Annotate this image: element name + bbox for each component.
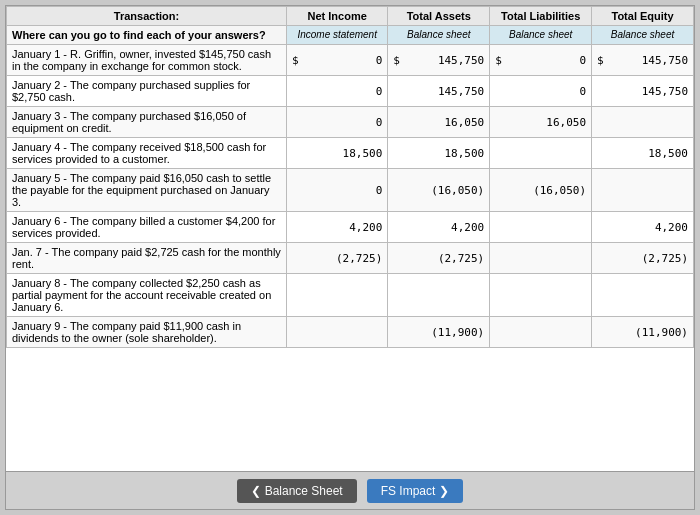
total-liabilities-cell <box>490 243 592 274</box>
total-liabilities-cell: $0 <box>490 45 592 76</box>
net-income-cell <box>287 317 388 348</box>
total-equity-cell: 18,500 <box>592 138 694 169</box>
column-headers: Transaction: Net Income Total Assets Tot… <box>7 7 694 26</box>
transaction-header: Transaction: <box>7 7 287 26</box>
total-assets-cell <box>388 274 490 317</box>
sub-header: Where can you go to find each of your an… <box>7 26 694 45</box>
total-equity-cell: 4,200 <box>592 212 694 243</box>
fs-impact-label: FS Impact <box>381 484 436 498</box>
total-assets-cell: (16,050) <box>388 169 490 212</box>
total-assets-cell: 145,750 <box>388 76 490 107</box>
total-liabilities-cell: (16,050) <box>490 169 592 212</box>
total-liabilities-cell: 0 <box>490 76 592 107</box>
sub-header-income-source: Income statement <box>287 26 388 45</box>
total-liabilities-cell <box>490 212 592 243</box>
net-income-header: Net Income <box>287 7 388 26</box>
total-assets-cell: 4,200 <box>388 212 490 243</box>
net-income-cell: 4,200 <box>287 212 388 243</box>
net-income-cell: 0 <box>287 107 388 138</box>
table-row: January 2 - The company purchased suppli… <box>7 76 694 107</box>
balance-sheet-back-button[interactable]: ❮ Balance Sheet <box>237 479 357 503</box>
main-content: Transaction: Net Income Total Assets Tot… <box>5 5 695 510</box>
total-equity-cell <box>592 274 694 317</box>
total-assets-cell: (2,725) <box>388 243 490 274</box>
transaction-cell: January 3 - The company purchased $16,05… <box>7 107 287 138</box>
table-row: January 9 - The company paid $11,900 cas… <box>7 317 694 348</box>
total-equity-cell: $145,750 <box>592 45 694 76</box>
total-assets-header: Total Assets <box>388 7 490 26</box>
table-row: January 3 - The company purchased $16,05… <box>7 107 694 138</box>
balance-sheet-back-label: Balance Sheet <box>265 484 343 498</box>
net-income-cell: (2,725) <box>287 243 388 274</box>
total-liabilities-header: Total Liabilities <box>490 7 592 26</box>
transaction-cell: January 5 - The company paid $16,050 cas… <box>7 169 287 212</box>
table-row: January 1 - R. Griffin, owner, invested … <box>7 45 694 76</box>
transaction-cell: January 2 - The company purchased suppli… <box>7 76 287 107</box>
table-row: January 8 - The company collected $2,250… <box>7 274 694 317</box>
table-row: January 4 - The company received $18,500… <box>7 138 694 169</box>
transaction-cell: January 8 - The company collected $2,250… <box>7 274 287 317</box>
transaction-cell: January 6 - The company billed a custome… <box>7 212 287 243</box>
net-income-cell <box>287 274 388 317</box>
total-equity-cell: (11,900) <box>592 317 694 348</box>
chevron-left-icon: ❮ <box>251 484 261 498</box>
total-liabilities-cell: 16,050 <box>490 107 592 138</box>
transaction-cell: January 4 - The company received $18,500… <box>7 138 287 169</box>
chevron-right-icon: ❯ <box>439 484 449 498</box>
total-assets-cell: 18,500 <box>388 138 490 169</box>
fs-impact-button[interactable]: FS Impact ❯ <box>367 479 464 503</box>
transaction-cell: Jan. 7 - The company paid $2,725 cash fo… <box>7 243 287 274</box>
total-equity-cell <box>592 107 694 138</box>
bottom-navigation: ❮ Balance Sheet FS Impact ❯ <box>6 471 694 509</box>
net-income-cell: $0 <box>287 45 388 76</box>
total-liabilities-cell <box>490 274 592 317</box>
transaction-cell: January 9 - The company paid $11,900 cas… <box>7 317 287 348</box>
total-liabilities-cell <box>490 317 592 348</box>
net-income-cell: 0 <box>287 76 388 107</box>
total-equity-cell <box>592 169 694 212</box>
transaction-cell: January 1 - R. Griffin, owner, invested … <box>7 45 287 76</box>
table-row: Jan. 7 - The company paid $2,725 cash fo… <box>7 243 694 274</box>
table-row: January 5 - The company paid $16,050 cas… <box>7 169 694 212</box>
total-assets-cell: $145,750 <box>388 45 490 76</box>
total-equity-cell: 145,750 <box>592 76 694 107</box>
accounting-table: Transaction: Net Income Total Assets Tot… <box>6 6 694 348</box>
sub-header-assets-source: Balance sheet <box>388 26 490 45</box>
total-equity-header: Total Equity <box>592 7 694 26</box>
table-row: January 6 - The company billed a custome… <box>7 212 694 243</box>
total-liabilities-cell <box>490 138 592 169</box>
sub-header-equity-source: Balance sheet <box>592 26 694 45</box>
sub-header-question: Where can you go to find each of your an… <box>7 26 287 45</box>
total-assets-cell: 16,050 <box>388 107 490 138</box>
net-income-cell: 18,500 <box>287 138 388 169</box>
total-equity-cell: (2,725) <box>592 243 694 274</box>
sub-header-liab-source: Balance sheet <box>490 26 592 45</box>
net-income-cell: 0 <box>287 169 388 212</box>
table-container: Transaction: Net Income Total Assets Tot… <box>6 6 694 471</box>
total-assets-cell: (11,900) <box>388 317 490 348</box>
